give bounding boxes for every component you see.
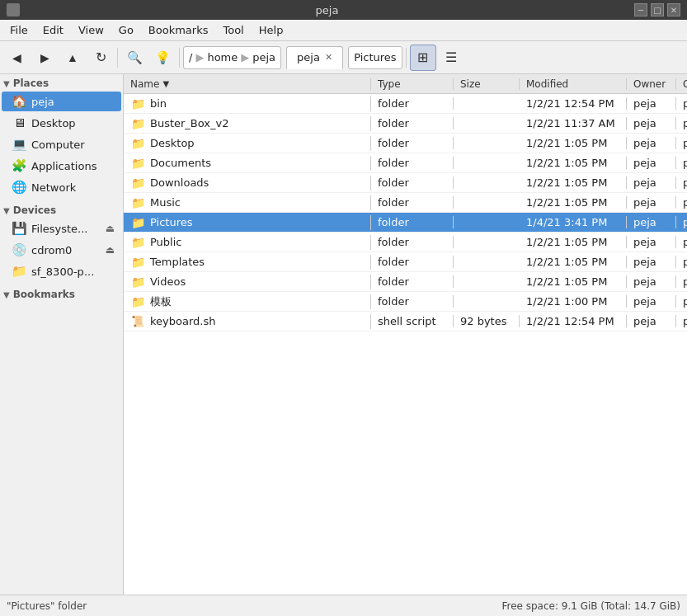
table-row[interactable]: 📁 模板 folder 1/2/21 1:00 PM peja peja xyxy=(124,292,687,312)
menu-edit[interactable]: Edit xyxy=(36,22,70,38)
places-section-label: Places xyxy=(10,78,52,89)
col-header-group[interactable]: Group xyxy=(676,78,687,90)
file-name-cell: 📜 keyboard.sh xyxy=(124,314,371,329)
file-icon-wrap: 📁 xyxy=(130,136,145,151)
search-button[interactable]: 🔍 xyxy=(121,45,148,71)
file-type-cell: folder xyxy=(371,117,454,129)
col-header-modified[interactable]: Modified xyxy=(520,78,627,90)
table-row[interactable]: 📁 Buster_Box_v2 folder 1/2/21 11:37 AM p… xyxy=(124,114,687,134)
status-free-space: Free space: 9.1 GiB (Total: 14.7 GiB) xyxy=(501,600,680,612)
table-row[interactable]: 📁 Music folder 1/2/21 1:05 PM peja peja xyxy=(124,193,687,213)
menu-file[interactable]: File xyxy=(3,22,35,38)
folder-icon: 📁 xyxy=(131,97,145,111)
menu-go[interactable]: Go xyxy=(112,22,140,38)
path-peja[interactable]: peja xyxy=(252,51,275,63)
table-row[interactable]: 📁 Videos folder 1/2/21 1:05 PM peja peja xyxy=(124,272,687,292)
sidebar-item-computer[interactable]: 💻 Computer xyxy=(2,134,121,154)
tab-peja[interactable]: peja ✕ xyxy=(286,46,343,69)
file-group-cell: peja xyxy=(676,157,687,169)
table-row[interactable]: 📁 Downloads folder 1/2/21 1:05 PM peja p… xyxy=(124,173,687,193)
up-button[interactable]: ▲ xyxy=(59,45,86,71)
devices-collapse-icon[interactable]: ▼ xyxy=(3,206,10,215)
grid-view-button[interactable]: ⊞ xyxy=(410,45,436,71)
col-header-owner[interactable]: Owner xyxy=(627,78,676,90)
tab-peja-close[interactable]: ✕ xyxy=(325,52,332,63)
file-modified-cell: 1/2/21 1:05 PM xyxy=(520,256,627,268)
col-header-type[interactable]: Type xyxy=(371,78,454,90)
minimize-button[interactable]: ─ xyxy=(634,3,647,16)
file-modified-cell: 1/2/21 12:54 PM xyxy=(520,315,627,327)
table-row[interactable]: 📁 Templates folder 1/2/21 1:05 PM peja p… xyxy=(124,252,687,272)
file-owner-cell: peja xyxy=(627,137,676,149)
menu-tool[interactable]: Tool xyxy=(216,22,250,38)
file-type-cell: shell script xyxy=(371,315,454,327)
folder-icon: 📁 xyxy=(131,117,145,130)
sidebar: ▼ Places 🏠 peja 🖥 Desktop 💻 Computer 🧩 A… xyxy=(0,74,124,595)
menu-bookmarks[interactable]: Bookmarks xyxy=(142,22,215,38)
sidebar-peja-label: peja xyxy=(31,96,54,108)
table-row[interactable]: 📁 Pictures folder 1/4/21 3:41 PM peja pe… xyxy=(124,213,687,233)
file-name-text: Music xyxy=(150,196,181,209)
bookmarks-collapse-icon[interactable]: ▼ xyxy=(3,290,10,299)
sidebar-item-sf8300[interactable]: 📁 sf_8300-p... xyxy=(2,261,121,281)
table-row[interactable]: 📜 keyboard.sh shell script 92 bytes 1/2/… xyxy=(124,312,687,332)
list-view-button[interactable]: ☰ xyxy=(438,45,464,71)
shared-drive-icon: 📁 xyxy=(12,264,26,279)
reload-button[interactable]: ↻ xyxy=(87,45,114,71)
folder-icon: 📁 xyxy=(131,196,145,209)
file-name-cell: 📁 Downloads xyxy=(124,176,371,190)
file-list: Name ▼ Type Size Modified Owner Group 📁 … xyxy=(124,74,687,595)
shell-script-icon: 📜 xyxy=(131,315,144,327)
file-type-cell: folder xyxy=(371,216,454,228)
file-name-text: Buster_Box_v2 xyxy=(150,117,229,129)
folder-icon: 📁 xyxy=(131,275,145,289)
file-icon-wrap: 📁 xyxy=(130,156,145,171)
titlebar: peja ─ □ ✕ xyxy=(0,0,687,20)
places-collapse-icon[interactable]: ▼ xyxy=(3,79,10,88)
eject-filesystem-button[interactable]: ⏏ xyxy=(106,223,115,234)
forward-button[interactable]: ▶ xyxy=(31,45,58,71)
menu-view[interactable]: View xyxy=(72,22,111,38)
sidebar-item-peja[interactable]: 🏠 peja xyxy=(2,92,121,111)
file-modified-cell: 1/2/21 1:05 PM xyxy=(520,137,627,149)
file-modified-cell: 1/2/21 1:05 PM xyxy=(520,275,627,288)
file-group-cell: peja xyxy=(676,236,687,248)
menu-help[interactable]: Help xyxy=(252,22,290,38)
table-row[interactable]: 📁 bin folder 1/2/21 12:54 PM peja peja xyxy=(124,94,687,114)
close-button[interactable]: ✕ xyxy=(667,3,680,16)
folder-icon: 📁 xyxy=(131,256,145,269)
file-name-cell: 📁 Desktop xyxy=(124,136,371,151)
sidebar-item-cdrom[interactable]: 💿 cdrom0 ⏏ xyxy=(2,240,121,260)
file-icon-wrap: 📁 xyxy=(130,176,145,190)
file-modified-cell: 1/2/21 1:05 PM xyxy=(520,176,627,189)
file-icon-wrap: 📁 xyxy=(130,255,145,270)
sidebar-item-applications[interactable]: 🧩 Applications xyxy=(2,156,121,176)
maximize-button[interactable]: □ xyxy=(651,3,664,16)
file-name-text: Public xyxy=(150,236,181,248)
table-row[interactable]: 📁 Desktop folder 1/2/21 1:05 PM peja pej… xyxy=(124,134,687,153)
current-folder-label: Pictures xyxy=(354,51,396,63)
sidebar-item-network[interactable]: 🌐 Network xyxy=(2,177,121,197)
main-layout: ▼ Places 🏠 peja 🖥 Desktop 💻 Computer 🧩 A… xyxy=(0,74,687,595)
file-name-text: Documents xyxy=(150,157,211,169)
file-size-cell: 92 bytes xyxy=(454,315,520,327)
back-button[interactable]: ◀ xyxy=(3,45,30,71)
table-row[interactable]: 📁 Public folder 1/2/21 1:05 PM peja peja xyxy=(124,233,687,252)
path-root[interactable]: / xyxy=(189,51,192,63)
filelist-header: Name ▼ Type Size Modified Owner Group xyxy=(124,74,687,94)
col-header-name[interactable]: Name ▼ xyxy=(124,78,371,90)
file-name-text: Desktop xyxy=(150,137,195,149)
file-name-text: bin xyxy=(150,97,167,110)
eject-cdrom-button[interactable]: ⏏ xyxy=(106,244,115,256)
sidebar-item-desktop[interactable]: 🖥 Desktop xyxy=(2,113,121,133)
window-title: peja xyxy=(20,4,634,16)
filelist-body: 📁 bin folder 1/2/21 12:54 PM peja peja 📁… xyxy=(124,94,687,595)
sidebar-item-filesystem[interactable]: 💾 Filesyste... ⏏ xyxy=(2,219,121,238)
col-header-size[interactable]: Size xyxy=(454,78,520,90)
table-row[interactable]: 📁 Documents folder 1/2/21 1:05 PM peja p… xyxy=(124,153,687,173)
file-type-cell: folder xyxy=(371,236,454,248)
info-button[interactable]: 💡 xyxy=(149,45,176,71)
file-owner-cell: peja xyxy=(627,157,676,169)
path-home[interactable]: home xyxy=(207,51,238,63)
file-group-cell: peja xyxy=(676,196,687,209)
